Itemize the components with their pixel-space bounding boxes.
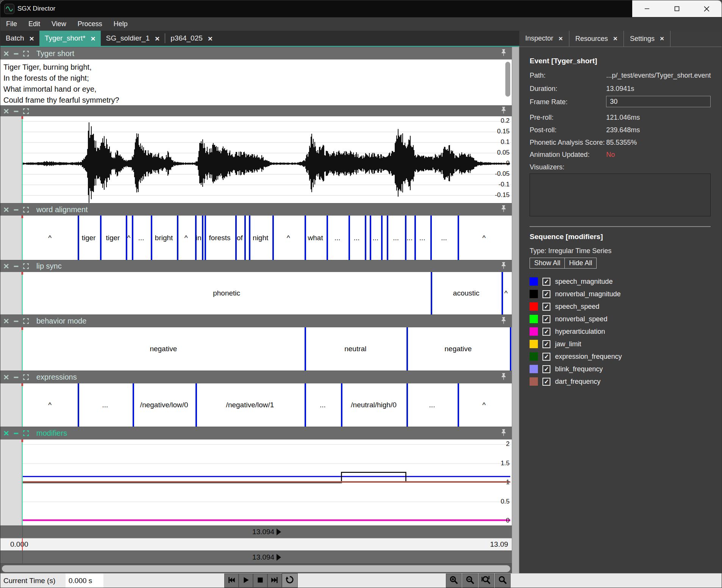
minimize-icon[interactable] xyxy=(13,207,19,213)
panel-header-modifiers[interactable]: modifiers xyxy=(0,427,512,439)
close-icon[interactable] xyxy=(3,51,9,56)
expand-icon[interactable] xyxy=(23,430,29,436)
expand-icon[interactable] xyxy=(23,374,29,380)
minimize-window-icon[interactable] xyxy=(638,2,656,15)
duration-bar-bottom[interactable]: 13.094 xyxy=(0,550,512,563)
time-ruler[interactable]: 0.000 13.09 xyxy=(0,538,512,550)
skip-end-button[interactable] xyxy=(267,574,282,588)
skip-start-button[interactable] xyxy=(224,574,239,588)
waveform-plot[interactable] xyxy=(22,116,511,203)
zoom-limits-button[interactable] xyxy=(478,574,494,588)
segment-boundary[interactable] xyxy=(202,216,203,260)
sidebar-tab-inspector[interactable]: Inspector× xyxy=(519,31,569,47)
minimize-icon[interactable] xyxy=(13,318,19,324)
close-tab-icon[interactable]: × xyxy=(91,34,95,42)
close-icon[interactable] xyxy=(3,430,9,436)
playhead[interactable] xyxy=(22,216,23,260)
close-tab-icon[interactable]: × xyxy=(660,34,664,43)
close-icon[interactable] xyxy=(3,207,9,213)
pin-icon[interactable] xyxy=(501,205,506,213)
playhead[interactable] xyxy=(22,383,23,427)
expand-icon[interactable] xyxy=(23,51,29,56)
checkbox-nonverbal_magnitude[interactable]: ✓ xyxy=(542,290,550,298)
doc-tab-Tyger_short-[interactable]: Tyger_short*× xyxy=(39,31,101,46)
pin-icon[interactable] xyxy=(501,317,506,324)
expressions-track[interactable]: ^.../negative/low/0/negative/low/1.../ne… xyxy=(22,383,510,427)
close-window-icon[interactable] xyxy=(698,2,716,15)
checkbox-blink_frequency[interactable]: ✓ xyxy=(542,365,550,373)
panel-header-script[interactable]: Tyger short xyxy=(0,47,512,59)
expand-icon[interactable] xyxy=(23,263,29,269)
loop-button[interactable] xyxy=(282,573,298,588)
vertical-scrollbar[interactable] xyxy=(512,47,519,574)
close-tab-icon[interactable]: × xyxy=(155,34,159,42)
close-tab-icon[interactable]: × xyxy=(559,34,563,43)
modifiers-plot[interactable] xyxy=(22,439,511,525)
panel-content-expressions[interactable]: ^.../negative/low/0/negative/low/1.../ne… xyxy=(0,383,512,427)
panel-content-lip-sync[interactable]: phoneticacoustic^ xyxy=(0,272,512,314)
pin-icon[interactable] xyxy=(501,49,506,56)
panel-header-word-alignment[interactable]: word alignment xyxy=(0,203,512,216)
menu-file[interactable]: File xyxy=(0,17,23,31)
current-time-value[interactable]: 0.000 s xyxy=(66,574,103,588)
segment-boundary[interactable] xyxy=(365,216,366,260)
minimize-icon[interactable] xyxy=(13,108,19,114)
menu-process[interactable]: Process xyxy=(72,17,108,31)
close-tab-icon[interactable]: × xyxy=(208,34,213,42)
minimize-icon[interactable] xyxy=(13,263,19,269)
horizontal-scrollbar-thumb[interactable] xyxy=(2,565,510,572)
pin-icon[interactable] xyxy=(501,373,506,380)
close-icon[interactable] xyxy=(3,108,9,114)
zoom-out-button[interactable] xyxy=(462,574,478,588)
ruler-playhead[interactable] xyxy=(22,538,23,550)
zoom-in-button[interactable] xyxy=(446,574,462,588)
panel-header-lip-sync[interactable]: lip sync xyxy=(0,260,512,272)
minimize-icon[interactable] xyxy=(13,374,19,380)
doc-tab-SG_soldier_1[interactable]: SG_soldier_1× xyxy=(101,31,165,46)
pin-icon[interactable] xyxy=(501,262,506,269)
panel-header-behavior-mode[interactable]: behavior mode xyxy=(0,314,512,327)
stop-button[interactable] xyxy=(253,574,267,588)
doc-tab-Batch[interactable]: Batch× xyxy=(0,31,39,46)
panel-content-behavior-mode[interactable]: negativeneutralnegative xyxy=(0,327,512,371)
expand-icon[interactable] xyxy=(23,318,29,324)
checkbox-speech_speed[interactable]: ✓ xyxy=(542,303,550,311)
segment-boundary[interactable] xyxy=(244,216,246,260)
sidebar-tab-resources[interactable]: Resources× xyxy=(569,31,624,47)
checkbox-expression_frequency[interactable]: ✓ xyxy=(542,353,550,361)
expand-icon[interactable] xyxy=(23,108,29,114)
close-icon[interactable] xyxy=(3,318,9,324)
menu-help[interactable]: Help xyxy=(108,17,133,31)
hide-all-button[interactable]: Hide All xyxy=(565,258,597,269)
lip-sync-track[interactable]: phoneticacoustic^ xyxy=(22,272,510,314)
panel-content-modifiers[interactable]: 21.510.50 xyxy=(0,439,512,525)
panel-header-waveform[interactable] xyxy=(0,105,512,116)
close-icon[interactable] xyxy=(3,263,9,269)
playhead[interactable] xyxy=(22,272,23,314)
playhead[interactable] xyxy=(22,327,23,371)
close-tab-icon[interactable]: × xyxy=(30,34,34,42)
zoom-button[interactable] xyxy=(495,574,511,588)
segment-boundary[interactable] xyxy=(510,327,511,371)
segment-boundary[interactable] xyxy=(381,216,383,260)
checkbox-speech_magnitude[interactable]: ✓ xyxy=(542,278,550,286)
checkbox-nonverbal_speed[interactable]: ✓ xyxy=(542,315,550,323)
minimize-icon[interactable] xyxy=(13,51,19,56)
panel-header-expressions[interactable]: expressions xyxy=(0,371,512,383)
frame-rate-input[interactable]: 30 xyxy=(606,96,711,107)
expand-icon[interactable] xyxy=(23,207,29,213)
checkbox-hyperarticulation[interactable]: ✓ xyxy=(542,328,550,336)
menu-view[interactable]: View xyxy=(46,17,72,31)
word-alignment-track[interactable]: ^tigertiger^...bright^inforestsofnight^w… xyxy=(22,216,510,260)
checkbox-jaw_limit[interactable]: ✓ xyxy=(542,340,550,348)
close-tab-icon[interactable]: × xyxy=(613,34,617,43)
panel-content-word-alignment[interactable]: ^tigertiger^...bright^inforestsofnight^w… xyxy=(0,216,512,260)
script-scrollbar-thumb[interactable] xyxy=(505,62,510,97)
show-all-button[interactable]: Show All xyxy=(530,258,565,269)
pin-icon[interactable] xyxy=(501,429,506,436)
duration-bar-top[interactable]: 13.094 xyxy=(0,525,512,538)
playhead[interactable] xyxy=(22,116,23,203)
visualizers-box[interactable] xyxy=(530,174,711,216)
script-text[interactable]: Tiger Tiger, burning bright,In the fores… xyxy=(0,59,512,105)
menu-edit[interactable]: Edit xyxy=(23,17,46,31)
